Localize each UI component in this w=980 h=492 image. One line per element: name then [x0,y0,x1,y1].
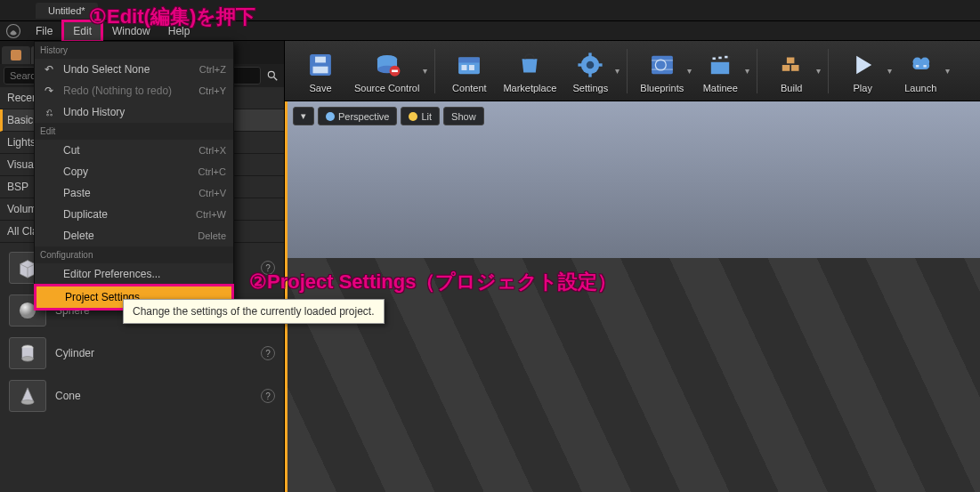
svg-rect-13 [315,56,326,62]
settings-button[interactable]: Settings [563,45,617,97]
svg-rect-26 [589,72,592,77]
redo-item[interactable]: ↷ Redo (Nothing to redo) Ctrl+Y [35,80,233,101]
svg-rect-25 [589,52,592,57]
chevron-down-icon[interactable]: ▾ [687,66,692,76]
tool-label: Launch [904,83,936,93]
annotation-1: ①Edit(編集)を押下 [89,4,255,30]
copy-shortcut: Ctrl+C [198,166,226,177]
svg-rect-20 [458,57,480,62]
content-button[interactable]: Content [442,45,496,97]
chevron-down-icon[interactable]: ▾ [423,66,427,76]
undo-history-label: Undo History [63,106,226,118]
svg-rect-39 [791,65,799,71]
delete-shortcut: Delete [198,230,226,241]
marketplace-button[interactable]: Marketplace [498,45,562,97]
svg-point-8 [22,357,34,362]
duplicate-shortcut: Ctrl+W [196,209,226,220]
blueprints-button[interactable]: Blueprints [635,45,689,97]
svg-rect-21 [462,65,467,70]
delete-label: Delete [63,230,190,242]
main-panel: Save Source Control ▾ Content Marketplac… [285,41,980,492]
blank-icon [42,186,56,200]
separator [627,49,628,93]
copy-label: Copy [63,165,191,178]
blank-icon [42,207,56,222]
dd-section-config: Configuration [35,246,233,263]
blank-icon [44,290,58,304]
cylinder-icon [9,337,46,369]
editor-prefs-label: Editor Preferences... [63,268,226,280]
svg-rect-46 [924,65,927,68]
chevron-down-icon[interactable]: ▾ [615,66,620,76]
help-icon[interactable]: ? [261,389,275,403]
separator [828,49,829,93]
svg-point-1 [268,71,274,77]
svg-marker-41 [856,55,871,73]
save-button[interactable]: Save [294,45,347,97]
blank-icon [42,229,56,243]
tool-label: Source Control [354,83,419,93]
editor-prefs-item[interactable]: Editor Preferences... [35,263,233,285]
blank-icon [42,143,56,157]
separator [434,49,435,93]
lit-button[interactable]: Lit [401,107,440,125]
content-icon [453,49,485,81]
undo-icon: ↶ [42,62,56,77]
cut-item[interactable]: Cut Ctrl+X [35,140,233,161]
tool-label: Content [452,83,487,93]
undo-item[interactable]: ↶ Undo Select None Ctrl+Z [35,59,233,80]
svg-point-24 [587,60,595,69]
viewport[interactable]: ▾ Perspective Lit Show [285,101,980,492]
svg-point-10 [21,400,34,405]
marketplace-icon [514,49,546,81]
cut-label: Cut [63,144,191,157]
shape-label: Cylinder [55,347,252,359]
tab-place[interactable] [2,46,30,64]
paste-item[interactable]: Paste Ctrl+V [35,182,233,204]
perspective-button[interactable]: Perspective [318,107,397,125]
viewport-menu-button[interactable]: ▾ [293,107,314,125]
search-icon[interactable] [264,68,280,84]
menu-file[interactable]: File [27,22,61,40]
undo-history-item[interactable]: ⎌ Undo History [35,101,233,123]
svg-rect-37 [725,55,727,58]
play-icon [846,49,879,81]
toolbar: Save Source Control ▾ Content Marketplac… [285,41,980,101]
undo-shortcut: Ctrl+Z [199,64,226,75]
chevron-down-icon: ▾ [301,110,306,122]
svg-rect-36 [719,56,722,59]
matinee-button[interactable]: Matinee [693,45,747,97]
tool-label: Build [781,83,802,93]
svg-line-2 [274,77,278,81]
blank-icon [42,165,56,179]
lit-icon [409,112,417,121]
gear-icon [574,49,606,81]
perspective-icon [326,112,335,121]
paste-label: Paste [63,187,191,199]
help-icon[interactable]: ? [261,346,275,360]
chevron-down-icon[interactable]: ▾ [745,66,749,76]
shape-label: Cone [55,390,252,402]
list-item[interactable]: Cone ? [0,375,284,417]
source-control-button[interactable]: Source Control [349,45,425,97]
undo-label: Undo Select None [63,63,192,76]
launch-button[interactable]: Launch [894,45,947,97]
duplicate-item[interactable]: Duplicate Ctrl+W [35,204,233,225]
delete-item[interactable]: Delete Delete [35,225,233,246]
lit-label: Lit [421,111,432,122]
show-button[interactable]: Show [443,107,484,125]
list-item[interactable]: Cylinder ? [0,332,284,375]
chevron-down-icon[interactable]: ▾ [887,66,892,76]
svg-rect-28 [598,63,603,66]
chevron-down-icon[interactable]: ▾ [816,66,821,76]
tool-label: Settings [572,83,608,93]
edit-dropdown-menu: History ↶ Undo Select None Ctrl+Z ↷ Redo… [34,41,234,311]
build-icon [775,49,807,81]
copy-item[interactable]: Copy Ctrl+C [35,161,233,182]
build-button[interactable]: Build [765,45,818,97]
cone-icon [9,380,46,412]
svg-rect-44 [913,61,930,69]
chevron-down-icon[interactable]: ▾ [945,66,950,76]
play-button[interactable]: Play [836,45,889,97]
launch-icon [904,49,936,81]
